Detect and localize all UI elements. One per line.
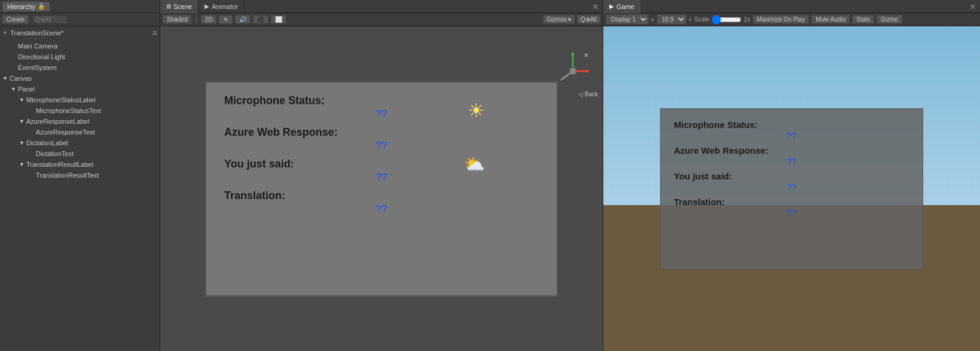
gizmos-search[interactable]: Q⊕All bbox=[577, 15, 600, 24]
animator-tab[interactable]: ▶ Animator bbox=[199, 0, 245, 13]
hierarchy-tab[interactable]: Hierarchy 🔒 bbox=[2, 2, 50, 11]
game-panel: ▶ Game ✕ Display 1 ▾ 16:9 ▾ Scale 1x Max… bbox=[603, 0, 980, 351]
azure-response-label: Azure Web Response: bbox=[224, 126, 539, 139]
list-item[interactable]: Main Camera bbox=[0, 41, 160, 51]
gizmos-label: Gizmos bbox=[547, 16, 567, 23]
list-item[interactable]: Directional Light bbox=[0, 51, 160, 62]
mute-audio-button[interactable]: Mute Audio bbox=[811, 15, 850, 24]
scale-slider[interactable] bbox=[712, 15, 741, 25]
game-microphone-row: Microphone Status: ?? bbox=[674, 120, 909, 141]
2d-toggle[interactable]: 2D bbox=[201, 15, 217, 24]
scene-name: TranslationScene* bbox=[10, 29, 63, 36]
item-label: TranslationResultText bbox=[36, 172, 99, 179]
game-dictation-row: You just said: ?? bbox=[674, 171, 909, 192]
game-translation-label: Translation: bbox=[674, 197, 909, 207]
scene-cam-toggle[interactable]: ⬜ bbox=[271, 15, 286, 24]
game-viewport: Microphone Status: ?? Azure Web Response… bbox=[603, 26, 980, 351]
svg-marker-1 bbox=[571, 51, 575, 55]
shaded-dropdown[interactable]: Shaded bbox=[163, 15, 191, 24]
list-item[interactable]: ▼ MicrophoneStatusLabel bbox=[0, 94, 160, 105]
lock-icon: 🔒 bbox=[38, 3, 45, 10]
item-label: MicrophoneStatusLabel bbox=[26, 96, 96, 103]
game-azure-label: Azure Web Response: bbox=[674, 145, 909, 155]
list-item[interactable]: ▼ DictationLabel bbox=[0, 138, 160, 148]
microphone-status-row: Microphone Status: ?? bbox=[224, 94, 539, 120]
gizmos-dropdown[interactable]: Gizmos ▾ bbox=[543, 15, 575, 24]
translation-label: Translation: bbox=[224, 190, 539, 202]
hierarchy-tab-bar: Hierarchy 🔒 bbox=[0, 0, 160, 13]
list-item[interactable]: ▼ Panel bbox=[0, 84, 160, 94]
scene-panel: ⊞ Scene ▶ Animator ✕ Shaded | 2D ☀ 🔊 ⬛ ⬜… bbox=[160, 0, 603, 351]
item-label: Panel bbox=[18, 86, 35, 93]
game-azure-row: Azure Web Response: ?? bbox=[674, 145, 909, 166]
back-label: ◁ Back bbox=[578, 91, 598, 97]
scene-toolbar-right: Gizmos ▾ Q⊕All bbox=[543, 15, 600, 24]
item-label: TranslationResultLabel bbox=[26, 161, 93, 168]
item-label: Canvas bbox=[10, 75, 32, 82]
svg-rect-5 bbox=[570, 68, 576, 74]
game-toolbar: Display 1 ▾ 16:9 ▾ Scale 1x Maximize On … bbox=[603, 13, 980, 26]
game-tab[interactable]: ▶ Game bbox=[603, 0, 640, 13]
scene-label: ▼ TranslationScene* ≡ bbox=[0, 26, 160, 39]
hierarchy-tab-label: Hierarchy bbox=[7, 3, 35, 10]
dictation-value: ?? bbox=[224, 172, 539, 184]
scene-viewport: ✕ ◁ Back ☀ ⛅ Microphone Status: ?? Azure… bbox=[160, 26, 603, 351]
animator-tab-label: Animator bbox=[212, 3, 238, 10]
display-select[interactable]: Display 1 bbox=[606, 14, 649, 25]
maximize-on-play-button[interactable]: Maximize On Play bbox=[753, 15, 810, 24]
scene-tab-bar: ⊞ Scene ▶ Animator ✕ bbox=[160, 0, 603, 13]
stats-button[interactable]: Stats bbox=[852, 15, 874, 24]
svg-text:✕: ✕ bbox=[584, 52, 588, 59]
item-label: Main Camera bbox=[18, 42, 57, 50]
game-dictation-label: You just said: bbox=[674, 171, 909, 181]
azure-response-row: Azure Web Response: ?? bbox=[224, 126, 539, 152]
list-item[interactable]: ▼ AzureResponseLabel bbox=[0, 116, 160, 127]
scene-tab-label: Scene bbox=[173, 3, 192, 10]
game-translation-value: ?? bbox=[674, 208, 909, 218]
scale-value: 1x bbox=[744, 16, 750, 23]
scene-close-icon[interactable]: ✕ bbox=[588, 2, 603, 11]
light-toggle[interactable]: ☀ bbox=[219, 15, 233, 24]
list-item[interactable]: EventSystem bbox=[0, 62, 160, 73]
azure-response-value: ?? bbox=[224, 140, 539, 152]
animator-tab-icon: ▶ bbox=[204, 3, 209, 10]
scene-tab[interactable]: ⊞ Scene bbox=[160, 0, 199, 13]
translation-row: Translation: ?? bbox=[224, 190, 539, 215]
audio-toggle[interactable]: 🔊 bbox=[235, 15, 251, 24]
transform-gizmo: ✕ bbox=[555, 50, 591, 86]
microphone-status-value: ?? bbox=[224, 108, 539, 120]
hierarchy-tree: Main Camera Directional Light EventSyste… bbox=[0, 39, 160, 351]
item-label: EventSystem bbox=[18, 64, 57, 71]
gizmo-button[interactable]: Gizmo bbox=[877, 15, 902, 24]
game-close-icon[interactable]: ✕ bbox=[966, 2, 980, 11]
list-item[interactable]: ▼ Canvas bbox=[0, 73, 160, 84]
list-item[interactable]: AzureResponseText bbox=[0, 127, 160, 138]
fx-toggle[interactable]: ⬛ bbox=[253, 15, 268, 24]
dictation-label: You just said: bbox=[224, 158, 539, 170]
item-label: Directional Light bbox=[18, 53, 65, 60]
hierarchy-panel: Hierarchy 🔒 Create ▼ TranslationScene* ≡… bbox=[0, 0, 160, 351]
list-item[interactable]: ▼ TranslationResultLabel bbox=[0, 159, 160, 170]
scene-canvas-ui: ☀ ⛅ Microphone Status: ?? Azure Web Resp… bbox=[205, 81, 558, 297]
list-item[interactable]: MicrophoneStatusText bbox=[0, 105, 160, 116]
translation-value: ?? bbox=[224, 203, 539, 215]
sun-icon: ☀ bbox=[468, 99, 485, 122]
dictation-row: You just said: ?? bbox=[224, 158, 539, 184]
item-label: DictationText bbox=[36, 150, 74, 157]
svg-marker-3 bbox=[586, 69, 590, 73]
microphone-status-label: Microphone Status: bbox=[224, 94, 539, 107]
list-item[interactable]: TranslationResultText bbox=[0, 170, 160, 181]
item-label: AzureResponseText bbox=[36, 129, 94, 136]
kebab-menu-icon[interactable]: ≡ bbox=[152, 28, 157, 38]
game-microphone-label: Microphone Status: bbox=[674, 120, 909, 130]
create-button[interactable]: Create bbox=[2, 15, 29, 24]
scale-label: Scale bbox=[694, 16, 709, 23]
game-dictation-value: ?? bbox=[674, 182, 909, 192]
aspect-arrow-icon: ▾ bbox=[689, 17, 692, 23]
aspect-select[interactable]: 16:9 bbox=[657, 14, 686, 25]
item-label: MicrophoneStatusText bbox=[36, 107, 101, 114]
display-arrow-icon: ▾ bbox=[651, 17, 654, 23]
hierarchy-search-input[interactable] bbox=[32, 15, 68, 24]
list-item[interactable]: DictationText bbox=[0, 148, 160, 159]
item-label: DictationLabel bbox=[26, 139, 68, 146]
